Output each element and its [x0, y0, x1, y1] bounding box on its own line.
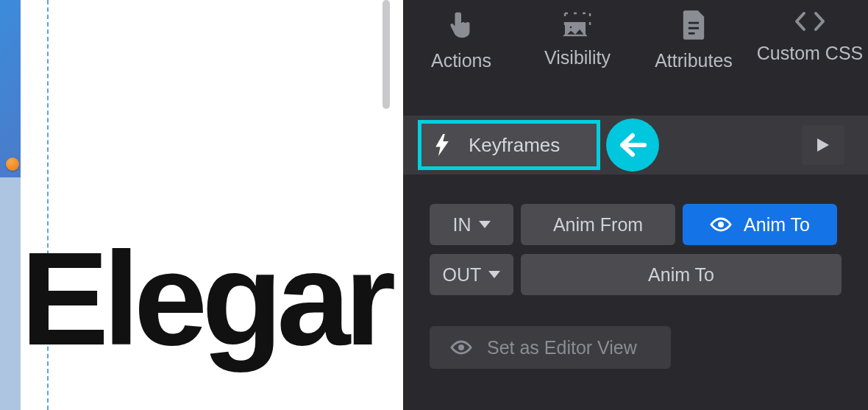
in-dropdown[interactable]: IN — [430, 204, 513, 245]
anim-to-out-button[interactable]: Anim To — [521, 254, 842, 295]
tab-label: Custom CSS — [757, 43, 863, 64]
tab-attributes[interactable]: Attributes — [638, 10, 749, 71]
svg-point-2 — [718, 222, 724, 227]
canvas-heading-text[interactable]: Elegar — [21, 236, 390, 361]
document-icon — [681, 10, 706, 40]
code-icon — [794, 10, 826, 32]
keyframes-header-row: Keyframes — [403, 116, 868, 174]
set-editor-view-button[interactable]: Set as Editor View — [430, 326, 671, 369]
anim-from-button[interactable]: Anim From — [521, 204, 675, 245]
inspector-tabs: Actions Visibility Attributes — [403, 0, 868, 116]
anim-from-label: Anim From — [553, 214, 643, 236]
anim-out-row: OUT Anim To — [430, 254, 842, 295]
editor-view-label: Set as Editor View — [487, 337, 637, 358]
canvas-area[interactable]: Elegar — [0, 0, 403, 410]
tab-label: Actions — [431, 50, 491, 71]
inspector-panel: Actions Visibility Attributes — [403, 0, 868, 410]
tab-custom-css[interactable]: Custom CSS — [755, 10, 865, 64]
canvas-orange-dot — [6, 158, 19, 171]
canvas-scrollbar[interactable] — [383, 0, 390, 109]
anim-to-in-button[interactable]: Anim To — [683, 204, 837, 245]
tab-label: Visibility — [544, 47, 611, 68]
out-dropdown[interactable]: OUT — [430, 254, 513, 295]
canvas-decorative-strip-bottom — [0, 177, 21, 410]
animation-controls: IN Anim From Anim To OUT — [403, 174, 868, 295]
anim-in-row: IN Anim From Anim To — [430, 204, 842, 245]
keyframes-button[interactable]: Keyframes — [418, 120, 600, 170]
tap-icon — [448, 10, 474, 40]
anim-to-label: Anim To — [744, 214, 810, 236]
bolt-icon — [435, 134, 449, 156]
eye-icon — [710, 217, 732, 232]
chevron-down-icon — [488, 271, 500, 278]
play-button[interactable] — [802, 125, 844, 165]
back-arrow-button[interactable] — [606, 119, 659, 172]
anim-to-out-label: Anim To — [648, 264, 714, 286]
arrow-left-icon — [618, 132, 647, 158]
canvas-decorative-strip-top — [0, 0, 21, 177]
tab-visibility[interactable]: Visibility — [522, 10, 633, 68]
tab-actions[interactable]: Actions — [406, 10, 516, 71]
editor-view-row: Set as Editor View — [403, 326, 868, 369]
keyframes-label: Keyframes — [469, 134, 560, 157]
tab-label: Attributes — [655, 50, 733, 71]
play-icon — [817, 138, 829, 152]
out-label: OUT — [443, 264, 482, 286]
image-dashed-icon — [562, 10, 593, 37]
svg-point-3 — [458, 344, 464, 350]
in-label: IN — [453, 214, 472, 236]
chevron-down-icon — [479, 221, 491, 228]
eye-icon — [450, 340, 472, 355]
